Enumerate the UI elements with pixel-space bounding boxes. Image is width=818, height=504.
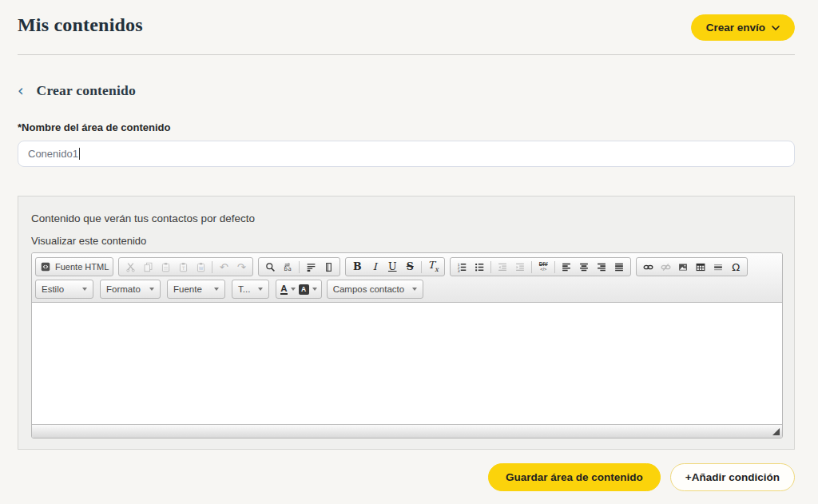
svg-text:T: T — [181, 265, 185, 270]
font-size-dropdown-label: T... — [238, 284, 250, 294]
div-container-icon: DIV</> — [539, 262, 548, 272]
chevron-down-icon — [291, 288, 296, 291]
cut-button[interactable] — [121, 259, 139, 275]
underline-icon: U — [388, 262, 397, 272]
create-div-button[interactable]: DIV</> — [534, 259, 552, 275]
toolbar-separator — [299, 261, 300, 273]
chevron-down-icon — [214, 288, 219, 291]
remove-format-button[interactable]: Tx — [424, 259, 442, 275]
paste-icon — [161, 262, 171, 272]
resize-handle[interactable] — [772, 428, 780, 435]
create-send-label: Crear envío — [706, 22, 765, 34]
image-button[interactable] — [674, 259, 692, 275]
toolbar-separator — [490, 261, 491, 273]
chevron-down-icon — [149, 288, 154, 291]
paste-plain-text-button[interactable]: T — [174, 259, 192, 275]
view-content-label: Visualizar este contenido — [31, 235, 783, 247]
align-left-button[interactable] — [558, 259, 575, 275]
svg-text:b: b — [284, 266, 288, 272]
toolgroup-source: Fuente HTML — [35, 257, 113, 276]
toolgroup-colors: A A — [276, 280, 321, 299]
styles-dropdown[interactable]: Estilo — [35, 280, 93, 299]
link-button[interactable] — [639, 259, 657, 275]
bulleted-list-button[interactable] — [471, 259, 488, 275]
text-cursor — [79, 148, 80, 160]
toolgroup-find: ba — [258, 257, 340, 276]
contact-fields-dropdown[interactable]: Campos contacto — [327, 280, 424, 299]
align-center-button[interactable] — [575, 259, 593, 275]
paste-from-word-icon: W — [196, 262, 206, 272]
paste-button[interactable] — [157, 259, 174, 275]
page-header: Mis contenidos Crear envío — [18, 0, 795, 41]
align-right-icon — [596, 262, 607, 272]
format-dropdown-label: Formato — [106, 284, 141, 294]
toolbar-row-2: Estilo Formato Fuente T... — [35, 280, 779, 299]
table-icon — [695, 262, 706, 272]
underline-button[interactable]: U — [383, 259, 401, 275]
toolbar-separator — [531, 261, 532, 273]
find-button[interactable] — [261, 259, 279, 275]
rich-text-editor: Fuente HTML T W ↶ ↷ — [31, 252, 783, 439]
font-size-dropdown[interactable]: T... — [232, 280, 269, 299]
search-icon — [265, 262, 276, 272]
redo-button[interactable]: ↷ — [232, 259, 250, 275]
increase-indent-icon — [514, 262, 526, 272]
editor-toolbar: Fuente HTML T W ↶ ↷ — [32, 253, 782, 303]
show-blocks-button[interactable] — [320, 259, 337, 275]
paste-from-word-button[interactable]: W — [192, 259, 209, 275]
svg-text:3: 3 — [458, 268, 460, 272]
link-icon — [642, 262, 654, 272]
align-justify-button[interactable] — [610, 259, 628, 275]
align-right-button[interactable] — [593, 259, 610, 275]
unlink-button[interactable] — [657, 259, 674, 275]
horizontal-rule-button[interactable] — [709, 259, 727, 275]
font-dropdown[interactable]: Fuente — [167, 280, 225, 299]
format-dropdown[interactable]: Formato — [100, 280, 161, 299]
save-content-button[interactable]: Guardar área de contenido — [488, 463, 661, 491]
paste-plain-text-icon: T — [178, 262, 189, 272]
toolgroup-basicstyles: B I U S Tx — [345, 257, 445, 276]
decrease-indent-button[interactable] — [494, 259, 511, 275]
undo-button[interactable]: ↶ — [215, 259, 232, 275]
content-name-input[interactable]: Conenido1 — [18, 141, 795, 167]
toolbar-separator — [421, 261, 422, 273]
toolbar-separator — [212, 261, 212, 273]
source-html-button[interactable]: Fuente HTML — [38, 259, 110, 275]
create-send-button[interactable]: Crear envío — [691, 14, 795, 41]
numbered-list-icon: 123 — [456, 262, 467, 272]
special-character-button[interactable]: Ω — [727, 259, 745, 275]
toolgroup-paragraph: 123 DIV</> — [450, 257, 631, 276]
select-all-button[interactable] — [302, 259, 320, 275]
replace-icon: ba — [282, 262, 293, 272]
font-dropdown-label: Fuente — [173, 284, 202, 294]
table-button[interactable] — [692, 259, 709, 275]
chevron-down-icon — [258, 288, 263, 291]
copy-button[interactable] — [139, 259, 157, 275]
back-chevron-icon[interactable]: ‹ — [18, 83, 24, 98]
replace-button[interactable]: ba — [279, 259, 296, 275]
italic-icon: I — [373, 262, 377, 272]
section-title: Crear contenido — [37, 82, 136, 99]
editor-content-area[interactable] — [32, 303, 782, 424]
bold-button[interactable]: B — [348, 259, 366, 275]
source-html-label: Fuente HTML — [55, 262, 109, 272]
increase-indent-button[interactable] — [511, 259, 529, 275]
strikethrough-button[interactable]: S — [401, 259, 419, 275]
add-condition-button[interactable]: +Añadir condición — [670, 463, 795, 491]
copy-icon — [143, 262, 153, 272]
chevron-down-icon — [82, 288, 87, 291]
background-color-button[interactable]: A — [297, 281, 319, 297]
text-color-button[interactable]: A — [279, 281, 296, 297]
select-all-icon — [306, 262, 316, 272]
chevron-down-icon — [412, 288, 417, 291]
text-color-icon: A — [280, 284, 287, 296]
numbered-list-button[interactable]: 123 — [453, 259, 471, 275]
chevron-down-icon — [312, 288, 317, 291]
align-center-icon — [578, 262, 590, 272]
italic-button[interactable]: I — [366, 259, 383, 275]
bulleted-list-icon — [474, 262, 485, 272]
contact-fields-dropdown-label: Campos contacto — [333, 284, 405, 294]
content-name-label: *Nombre del área de contenido — [18, 121, 795, 133]
footer-actions: Guardar área de contenido +Añadir condic… — [18, 463, 795, 491]
breadcrumb: ‹ Crear contenido — [18, 82, 795, 99]
